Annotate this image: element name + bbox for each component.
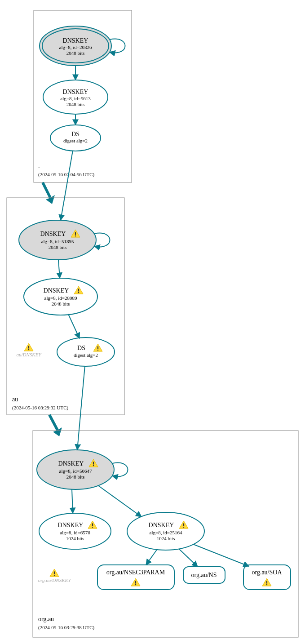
edge-orgzsk2-ns: [179, 549, 198, 567]
node-org-zsk1: DNSKEY alg=8, id=6576 1024 bits: [39, 513, 111, 549]
node-org-ns: org.au/NS: [183, 567, 225, 583]
node-au-ksk-title: DNSKEY: [40, 231, 66, 237]
node-org-soa: org.au/SOA: [243, 565, 291, 590]
node-au-ds-l1: digest alg=2: [74, 352, 98, 358]
svg-point-9: [57, 338, 115, 366]
edge-zone-au-org: [49, 415, 57, 430]
node-org-ksk: DNSKEY alg=8, id=50647 2048 bits: [37, 450, 114, 489]
zone-au-ts: (2024-05-16 03:29:32 UTC): [12, 405, 69, 411]
zone-root-ts: (2024-05-16 02:04:56 UTC): [38, 172, 95, 178]
node-root-zsk-title: DNSKEY: [63, 89, 88, 95]
edge-root-ksk-self: [110, 39, 125, 53]
node-root-zsk-l1: alg=8, id=5613: [60, 96, 91, 101]
node-root-zsk-l2: 2048 bits: [66, 102, 85, 107]
zone-org-name: org.au: [38, 616, 54, 622]
node-org-zsk1-l1: alg=8, id=6576: [60, 530, 90, 535]
svg-text:org.au/NS: org.au/NS: [191, 572, 217, 578]
node-root-ksk-l1: alg=8, id=20326: [59, 44, 92, 50]
node-org-zsk1-l2: 1024 bits: [66, 536, 84, 541]
node-root-ksk: DNSKEY alg=8, id=20326 2048 bits: [40, 26, 111, 66]
edge-org-ksk-self: [112, 463, 128, 477]
node-root-ds-l1: digest alg=2: [63, 138, 88, 143]
warning-icon: [24, 343, 33, 351]
svg-text:org.au/NSEC3PARAM: org.au/NSEC3PARAM: [106, 569, 165, 576]
edge-auzsk-auds: [68, 314, 80, 338]
node-au-ksk: DNSKEY alg=8, id=51895 2048 bits: [19, 220, 96, 260]
warning-icon: [50, 569, 59, 577]
node-root-zsk: DNSKEY alg=8, id=5613 2048 bits: [43, 80, 108, 114]
node-au-zsk: DNSKEY alg=8, id=28089 2048 bits: [24, 278, 97, 315]
node-org-zsk1-title: DNSKEY: [58, 522, 84, 529]
ghost-au-dnskey: au/DNSKEY: [16, 343, 42, 357]
svg-text:au/DNSKEY: au/DNSKEY: [16, 352, 42, 357]
edge-auksk-auzsk: [58, 260, 60, 278]
edge-orgksk-orgzsk2: [98, 485, 141, 517]
node-root-ksk-l2: 2048 bits: [66, 50, 85, 56]
node-org-zsk2: DNSKEY alg=8, id=25164 1024 bits: [127, 512, 204, 550]
node-org-ksk-title: DNSKEY: [58, 460, 84, 467]
node-au-zsk-l1: alg=8, id=28089: [44, 295, 77, 301]
node-au-ksk-l1: alg=8, id=51895: [41, 239, 74, 244]
node-org-zsk2-title: DNSKEY: [149, 522, 174, 529]
svg-text:org.au/DNSKEY: org.au/DNSKEY: [38, 577, 72, 583]
edge-orgksk-orgzsk1: [72, 489, 73, 513]
ghost-org-dnskey: org.au/DNSKEY: [38, 569, 72, 583]
dnssec-diagram: . (2024-05-16 02:04:56 UTC) DNSKEY alg=8…: [0, 0, 305, 644]
edge-zone-root-au: [43, 182, 50, 198]
svg-text:org.au/SOA: org.au/SOA: [252, 569, 282, 576]
node-au-ds-title: DS: [77, 345, 85, 351]
edge-orgzsk2-nsec3: [146, 549, 157, 565]
zone-root-name: .: [38, 163, 40, 169]
node-root-ksk-title: DNSKEY: [63, 37, 88, 44]
node-org-ksk-l2: 2048 bits: [66, 474, 85, 480]
node-org-zsk2-l2: 1024 bits: [157, 536, 175, 541]
zone-au-name: au: [12, 396, 18, 403]
node-org-zsk2-l1: alg=8, id=25164: [150, 530, 182, 535]
edge-orgzsk2-soa: [193, 544, 249, 566]
zone-org-ts: (2024-05-16 03:29:38 UTC): [38, 625, 95, 631]
node-org-nsec3param: org.au/NSEC3PARAM: [97, 565, 174, 590]
edge-rootds-auksk: [61, 151, 73, 220]
node-root-ds: DS digest alg=2: [50, 125, 101, 151]
node-au-zsk-title: DNSKEY: [44, 287, 69, 294]
node-org-ksk-l1: alg=8, id=50647: [59, 468, 92, 474]
node-au-ds: DS digest alg=2: [57, 338, 115, 366]
edge-auds-orgksk: [77, 366, 85, 450]
node-root-ds-title: DS: [71, 131, 80, 138]
edge-au-ksk-self: [94, 233, 110, 247]
node-au-ksk-l2: 2048 bits: [49, 244, 67, 250]
node-au-zsk-l2: 2048 bits: [52, 301, 70, 306]
